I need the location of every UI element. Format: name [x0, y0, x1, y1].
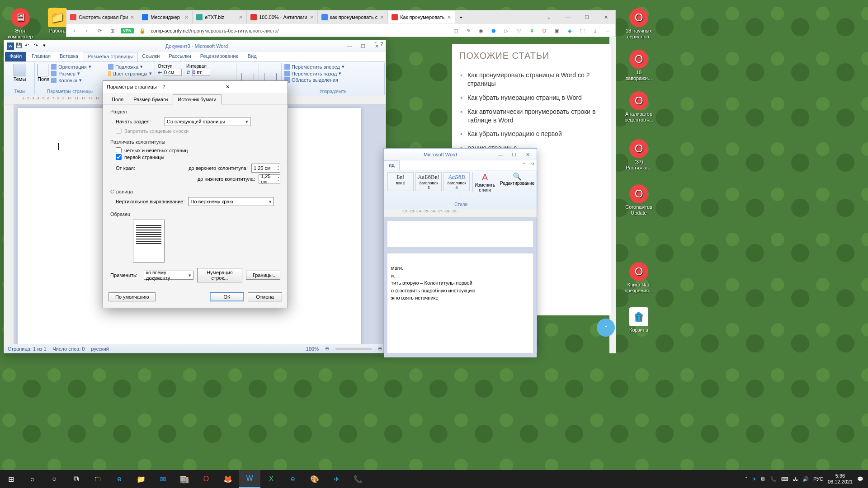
document-page[interactable]: маги.и.тить вторую – Колонтитулы первойо…: [387, 253, 533, 353]
browser-tab[interactable]: Мессенджер✕: [138, 11, 193, 23]
desktop-icon[interactable]: O13 научных сериалов,: [623, 8, 655, 40]
viber-button[interactable]: 📞: [347, 470, 369, 488]
tray-up-icon[interactable]: ˄: [745, 476, 748, 482]
undo-icon[interactable]: ↶: [25, 42, 32, 50]
desktop-icon[interactable]: OCoronavirus Update: [623, 184, 655, 216]
cube-icon[interactable]: ⬚: [578, 27, 586, 35]
task-view-button[interactable]: ⧉: [65, 470, 87, 488]
store-button[interactable]: 🏬: [174, 470, 195, 488]
tab-close-icon[interactable]: ✕: [184, 14, 189, 20]
header-top-input[interactable]: 1,25 см: [251, 164, 280, 173]
note-icon[interactable]: ✎: [464, 27, 472, 35]
minimize-button[interactable]: —: [343, 42, 356, 51]
firefox-button[interactable]: 🦊: [217, 470, 239, 488]
tab-close-icon[interactable]: ✕: [239, 14, 243, 20]
tray-lang[interactable]: РУС: [813, 476, 823, 482]
tray-volume-icon[interactable]: 🔊: [802, 476, 809, 482]
header-bottom-input[interactable]: 1,25 см: [259, 174, 280, 183]
search-icon[interactable]: ⌕: [539, 10, 558, 24]
page-color-button[interactable]: Цвет страницы ▾: [108, 70, 152, 76]
vertical-ruler[interactable]: [4, 104, 14, 344]
tray-keyboard-icon[interactable]: ⌨: [781, 476, 788, 482]
desktop-icon[interactable]: OКнига Час презрения...: [623, 262, 655, 294]
zoom-slider[interactable]: [335, 348, 372, 350]
help-icon[interactable]: ?: [162, 84, 218, 89]
desktop-icon[interactable]: 🖥Этот компьютер: [5, 8, 36, 40]
downloads-icon[interactable]: ⤓: [591, 27, 599, 35]
new-tab-button[interactable]: +: [455, 14, 467, 20]
ribbon-tab[interactable]: Вставка: [55, 52, 83, 61]
tab-close-icon[interactable]: ✕: [130, 14, 134, 20]
watermark-button[interactable]: Подложка ▾: [108, 64, 152, 70]
shield-icon[interactable]: ⬣: [490, 27, 498, 35]
ext-icon[interactable]: ▣: [553, 27, 561, 35]
menu-icon[interactable]: ≡: [604, 27, 612, 35]
status-words[interactable]: Число слов: 0: [53, 346, 85, 352]
browser-tab[interactable]: 100.00% - Антиплаги✕: [247, 11, 317, 23]
dialog-tab[interactable]: Поля: [107, 94, 128, 104]
tray-clock[interactable]: 5:3606.12.2021: [828, 473, 853, 485]
style-item[interactable]: Бв!вок 2: [387, 172, 414, 191]
ribbon-collapse-icon[interactable]: ⌃: [373, 41, 377, 47]
close-icon[interactable]: ✕: [223, 83, 284, 91]
tab-view[interactable]: ид: [384, 160, 400, 170]
horizontal-ruler[interactable]: ·12· ·13· ·14· ·15· ·16· ·17· ·18· ·19·: [384, 209, 537, 217]
tab-file[interactable]: Файл: [5, 52, 26, 61]
tray-notifications-icon[interactable]: 💬: [857, 476, 863, 482]
ie-button[interactable]: e: [108, 470, 130, 488]
editing-button[interactable]: Редактирование: [500, 181, 534, 186]
tray-viber-icon[interactable]: 📞: [770, 476, 777, 482]
desktop-icon[interactable]: 🗑Корзина: [623, 307, 655, 333]
explorer-button[interactable]: 🗀: [87, 470, 108, 488]
related-link[interactable]: Как автоматически пронумеровать строки в…: [459, 105, 604, 127]
status-page[interactable]: Страница: 1 из 1: [8, 346, 47, 352]
opera-icon[interactable]: O: [540, 27, 548, 35]
save-icon[interactable]: 💾: [16, 42, 23, 50]
search-button[interactable]: ⌕: [22, 470, 43, 488]
help-icon[interactable]: ?: [528, 160, 537, 170]
apply-to-combo[interactable]: ко всему документу: [144, 271, 193, 280]
related-link[interactable]: Как пронумеровать страницы в Word со 2 с…: [459, 68, 604, 91]
size-button[interactable]: Размер ▾: [51, 70, 91, 76]
tray-telegram-icon[interactable]: ✈: [752, 476, 756, 482]
maximize-button[interactable]: ☐: [508, 150, 520, 159]
odd-even-checkbox[interactable]: [116, 147, 122, 153]
cancel-button[interactable]: Отмена: [248, 292, 282, 301]
close-button[interactable]: ✕: [521, 150, 534, 159]
tab-close-icon[interactable]: ✕: [380, 14, 384, 20]
related-link[interactable]: Как убрать нумерацию страниц в Word: [459, 91, 604, 105]
ribbon-tab[interactable]: Главная: [27, 52, 55, 61]
maximize-button[interactable]: ☐: [577, 10, 596, 24]
snapshot-icon[interactable]: ◉: [477, 27, 485, 35]
line-numbers-button[interactable]: Нумерация строк...: [197, 268, 242, 282]
vpn-badge[interactable]: VPN: [121, 28, 134, 33]
ribbon-tab[interactable]: Разметка страницы: [83, 52, 138, 61]
lock-icon[interactable]: 🔒: [138, 27, 146, 35]
first-page-checkbox[interactable]: [116, 154, 122, 160]
close-button[interactable]: ✕: [596, 10, 615, 24]
edge-button[interactable]: e: [282, 470, 304, 488]
send-icon[interactable]: ▷: [502, 27, 510, 35]
ribbon-tab[interactable]: Вид: [243, 52, 261, 61]
change-styles-button[interactable]: Изменить стили: [475, 183, 495, 192]
maximize-button[interactable]: ☐: [357, 42, 369, 51]
opera-button[interactable]: O: [195, 470, 217, 488]
cortana-button[interactable]: ○: [43, 470, 65, 488]
default-button[interactable]: По умолчанию: [108, 292, 156, 301]
paint-button[interactable]: 🎨: [304, 470, 326, 488]
browser-tab[interactable]: eTXT.biz✕: [193, 11, 247, 23]
qat-more-icon[interactable]: ▾: [43, 42, 50, 50]
orientation-button[interactable]: Ориентация ▾: [51, 64, 91, 70]
tray-network-icon[interactable]: 🖧: [793, 476, 798, 482]
url-field[interactable]: comp-security.net/пронумеровать-без-титу…: [151, 28, 447, 33]
folder-button[interactable]: 📁: [130, 470, 152, 488]
valign-combo[interactable]: По верхнему краю: [188, 197, 274, 206]
heart-icon[interactable]: ♡: [515, 27, 523, 35]
selection-pane-button[interactable]: Область выделения: [284, 77, 382, 83]
themes-icon[interactable]: [14, 64, 26, 76]
style-item[interactable]: АаБбВЗаголовок 4: [443, 172, 470, 191]
desktop-icon[interactable]: OАнализатор рецептов -...: [623, 91, 655, 123]
zoom-out-button[interactable]: ⊖: [325, 346, 329, 352]
bring-forward-button[interactable]: Переместить вперед ▾: [284, 64, 382, 70]
section-start-combo[interactable]: Со следующей страницы: [165, 117, 250, 126]
